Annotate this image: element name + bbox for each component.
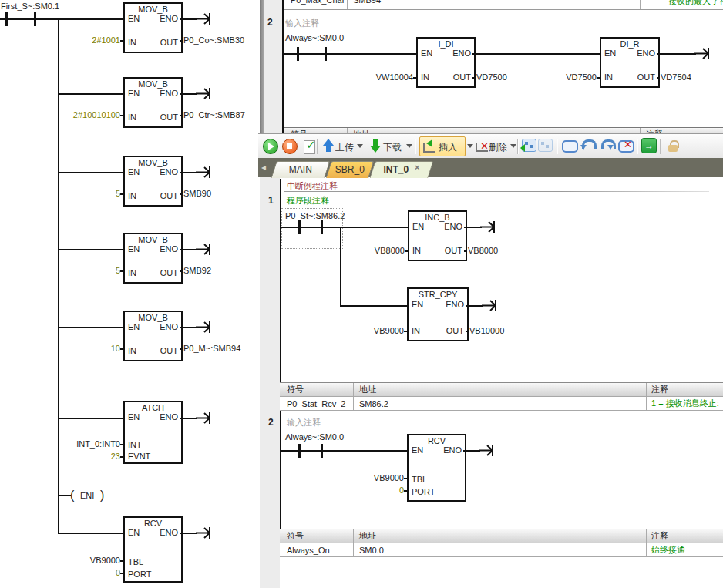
- table-row[interactable]: Always_On SM0.0 始终接通: [280, 543, 723, 557]
- contact-icon[interactable]: [325, 47, 327, 61]
- address-cell: SM0.0: [359, 546, 384, 555]
- out-value[interactable]: VD7500: [476, 72, 507, 82]
- evnt-value[interactable]: 23: [46, 452, 120, 461]
- contact-icon[interactable]: [298, 220, 301, 234]
- run-button[interactable]: [262, 137, 281, 156]
- table-row[interactable]: P0_Max_Char SMB94 接收的最大字符数（1 到 255）: [284, 0, 723, 10]
- toolbar-separator: [517, 139, 519, 154]
- table-row[interactable]: P0_Stat_Rcv_2 SM86.2 1 = 接收消息终止:: [280, 397, 723, 411]
- bend-right-icon[interactable]: [600, 134, 617, 157]
- box-tool-icon[interactable]: [562, 140, 578, 153]
- mov-b-block[interactable]: MOV_B EN ENO IN OUT: [123, 77, 183, 128]
- go-to-icon[interactable]: →: [641, 138, 657, 153]
- pin-out: OUT: [160, 268, 178, 277]
- eni-coil[interactable]: ENI: [80, 491, 94, 500]
- out-value[interactable]: P0_Co~:SMB30: [183, 35, 244, 45]
- in-value[interactable]: 10: [46, 344, 120, 353]
- rcv-block[interactable]: RCV EN ENO TBL PORT: [123, 516, 183, 583]
- symbol-cell: P0_Max_Char: [291, 0, 345, 5]
- out-value[interactable]: P0_M~:SMB94: [183, 344, 240, 353]
- contact-label[interactable]: Always~:SM0.0: [285, 432, 344, 442]
- lock-icon[interactable]: [664, 136, 681, 156]
- in-value[interactable]: VB8000: [358, 246, 405, 255]
- i-di-block[interactable]: I_DI EN ENO IN OUT: [416, 37, 476, 88]
- network-comment[interactable]: 输入注释: [285, 18, 319, 29]
- tab-sbr0[interactable]: SBR_0: [325, 161, 374, 178]
- clear-box-icon[interactable]: ✕: [617, 134, 634, 157]
- int-value[interactable]: INT_0:INT0: [46, 439, 120, 449]
- in-value[interactable]: VD7500: [550, 72, 597, 82]
- in-value[interactable]: 2#1001: [46, 35, 120, 45]
- out-value[interactable]: SMB90: [183, 189, 211, 198]
- network-number: 2: [267, 17, 273, 28]
- symbol-cell: Always_On: [287, 546, 330, 555]
- di-r-block[interactable]: DI_R EN ENO IN OUT: [600, 37, 660, 88]
- str-cpy-block[interactable]: STR_CPY EN ENO IN OUT: [407, 287, 469, 341]
- upload-dropdown-caret[interactable]: [357, 144, 363, 148]
- tab-close-icon[interactable]: ×: [415, 163, 419, 172]
- tab-main[interactable]: MAIN: [271, 161, 330, 178]
- block-title: RCV: [125, 519, 181, 528]
- contact-label[interactable]: P0_St~:SM86.2: [285, 211, 345, 220]
- mov-b-block[interactable]: MOV_B EN ENO IN OUT: [123, 2, 183, 53]
- pin-port: PORT: [412, 487, 435, 496]
- out-value[interactable]: VB8000: [468, 246, 498, 255]
- pou-insert-icon[interactable]: [522, 139, 536, 152]
- contact-icon[interactable]: [34, 12, 36, 26]
- contact-icon[interactable]: [297, 47, 299, 61]
- x-icon: ✕: [480, 140, 489, 152]
- rcv-block[interactable]: RCV EN ENO TBL PORT: [407, 434, 466, 502]
- port-value[interactable]: 0: [358, 486, 404, 495]
- pou-delete-icon[interactable]: [538, 139, 553, 152]
- stop-button[interactable]: [281, 137, 300, 156]
- pin-out: OUT: [160, 191, 178, 200]
- network-number: 1: [268, 195, 274, 206]
- pin-en: EN: [412, 300, 423, 309]
- mov-b-block[interactable]: MOV_B EN ENO IN OUT: [123, 311, 183, 361]
- atch-block[interactable]: ATCH EN ENO INT EVNT: [123, 401, 183, 464]
- contact-icon[interactable]: [321, 444, 323, 458]
- contact-label[interactable]: First_S~:SM0.1: [1, 2, 59, 11]
- out-value[interactable]: SMB92: [183, 266, 211, 275]
- wire-arrow-icon: [196, 320, 214, 334]
- in-value[interactable]: VB9000: [358, 326, 404, 335]
- download-dropdown-caret[interactable]: [406, 144, 412, 148]
- mov-b-block[interactable]: MOV_B EN ENO IN OUT: [123, 156, 183, 207]
- table-header: 符号 地址 注释: [280, 383, 723, 397]
- pou-comment[interactable]: 中断例程注释: [287, 180, 338, 192]
- delete-dropdown-caret[interactable]: [510, 144, 516, 148]
- insert-button[interactable]: 插入: [419, 136, 466, 156]
- in-value[interactable]: 5: [46, 266, 120, 275]
- wire-arrow-icon: [482, 298, 500, 313]
- mov-b-block[interactable]: MOV_B EN ENO IN OUT: [123, 233, 183, 284]
- contact-icon[interactable]: [298, 444, 301, 458]
- port-value[interactable]: 0: [46, 568, 120, 577]
- in-value[interactable]: 5: [46, 189, 120, 198]
- inc-b-block[interactable]: INC_B EN ENO IN OUT: [408, 210, 467, 261]
- pin-en: EN: [128, 412, 140, 422]
- network-comment[interactable]: 输入注释: [287, 417, 321, 428]
- upload-button[interactable]: 上传: [335, 141, 354, 154]
- pin-in: IN: [128, 268, 136, 277]
- tab-scroll-left[interactable]: ◂: [261, 162, 266, 173]
- in-value[interactable]: VW10004: [367, 72, 413, 82]
- pin-evnt: EVNT: [128, 452, 150, 461]
- delete-button[interactable]: 删除: [489, 141, 507, 154]
- contact-label[interactable]: Always~:SM0.0: [285, 33, 344, 42]
- in-value[interactable]: 2#10010100: [46, 110, 120, 119]
- bend-left-icon[interactable]: [580, 134, 597, 157]
- tbl-value[interactable]: VB9000: [358, 473, 404, 482]
- tbl-value[interactable]: VB9000: [46, 556, 120, 565]
- contact-icon[interactable]: [321, 220, 323, 234]
- contact-icon[interactable]: [5, 12, 8, 26]
- pin-en: EN: [128, 167, 140, 176]
- insert-arrow-icon: [426, 139, 432, 147]
- tab-int0-active[interactable]: INT_0: [369, 161, 433, 178]
- out-value[interactable]: P0_Ctr~:SMB87: [183, 110, 245, 119]
- insert-dropdown-caret[interactable]: [467, 144, 473, 148]
- out-value[interactable]: VD7504: [661, 72, 691, 82]
- download-button[interactable]: 下载: [383, 141, 402, 154]
- block-title: I_DI: [418, 39, 474, 49]
- network-comment[interactable]: 程序段注释: [287, 195, 329, 207]
- out-value[interactable]: VB10000: [469, 326, 504, 335]
